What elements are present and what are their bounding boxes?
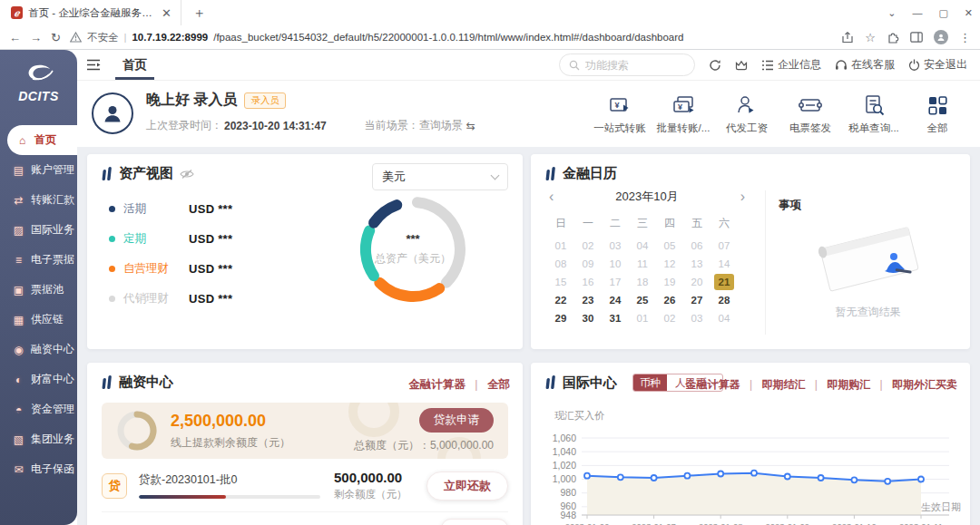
- function-search[interactable]: [559, 53, 695, 76]
- all-link[interactable]: 全部: [487, 378, 510, 391]
- tab-home[interactable]: 首页: [122, 50, 147, 80]
- calendar-day[interactable]: 16: [574, 274, 602, 292]
- legend-value: USD ***: [189, 232, 232, 246]
- calendar-day[interactable]: 06: [683, 238, 710, 256]
- header-link-headset[interactable]: 在线客服: [835, 57, 895, 73]
- bookmark-star-icon[interactable]: ☆: [865, 31, 876, 44]
- sidebar-item-group[interactable]: ▧集团业务: [0, 424, 77, 454]
- calendar-day[interactable]: 30: [574, 310, 602, 328]
- calendar-day-number: 26: [660, 292, 680, 308]
- quick-action-tax-search[interactable]: 税单查询...: [844, 93, 904, 135]
- calendar-day[interactable]: 07: [710, 238, 738, 256]
- calendar-day[interactable]: 15: [547, 274, 574, 292]
- calendar-day[interactable]: 23: [574, 292, 602, 310]
- window-chevron-icon[interactable]: ⌄: [887, 7, 896, 19]
- calendar-day[interactable]: 25: [629, 292, 656, 310]
- calendar-day[interactable]: 04: [629, 238, 656, 256]
- financial-calculator-link[interactable]: 金融计算器: [408, 378, 466, 391]
- calendar-day[interactable]: 21: [710, 274, 738, 292]
- calendar-day[interactable]: 01: [629, 310, 656, 328]
- collapse-sidebar-icon[interactable]: [86, 59, 101, 71]
- currency-select[interactable]: 美元: [372, 163, 508, 190]
- calendar-day[interactable]: 13: [683, 256, 710, 274]
- sidebar-item-home[interactable]: ⌂首页: [7, 125, 77, 155]
- calendar-day[interactable]: 02: [656, 310, 683, 328]
- tab-close-icon[interactable]: ✕: [160, 6, 173, 20]
- calendar-day[interactable]: 26: [656, 292, 683, 310]
- switch-scene-icon[interactable]: ⇆: [466, 120, 475, 132]
- calendar-next-icon[interactable]: ›: [740, 189, 745, 205]
- refresh-icon[interactable]: [709, 59, 721, 72]
- partial-next-row-button[interactable]: [441, 519, 508, 525]
- calendar-day[interactable]: 09: [574, 256, 602, 274]
- sidebar-item-wealth[interactable]: ◐财富中心: [0, 365, 77, 394]
- calendar-day[interactable]: 28: [710, 292, 738, 310]
- back-button[interactable]: ←: [9, 31, 21, 44]
- quick-action-card-transfer[interactable]: ¥一站式转账: [590, 93, 650, 135]
- calendar-day[interactable]: 02: [574, 238, 602, 256]
- header-link-power[interactable]: 安全退出: [908, 57, 967, 73]
- quick-action-e-ticket[interactable]: 电票签发: [780, 93, 840, 135]
- calendar-day[interactable]: 12: [656, 256, 683, 274]
- calendar-day[interactable]: 11: [629, 256, 656, 274]
- quick-action-batch-transfer[interactable]: ¥批量转账/...: [653, 93, 713, 135]
- calendar-day[interactable]: 03: [683, 310, 710, 328]
- calendar-day[interactable]: 14: [710, 256, 738, 274]
- calendar-day[interactable]: 04: [710, 310, 738, 328]
- spot-settlement-link[interactable]: 即期结汇: [761, 378, 805, 391]
- loan-apply-button[interactable]: 贷款申请: [419, 408, 494, 433]
- calendar-day[interactable]: 24: [602, 292, 629, 310]
- calendar-day[interactable]: 17: [602, 274, 629, 292]
- browser-menu-icon[interactable]: ⋮: [959, 31, 971, 44]
- sidebar-item-supply-chain[interactable]: ▦供应链: [0, 305, 77, 335]
- search-input[interactable]: [585, 59, 676, 72]
- share-icon[interactable]: [841, 32, 854, 44]
- calendar-day[interactable]: 19: [656, 274, 683, 292]
- sidebar-item-account[interactable]: ▤账户管理: [0, 155, 77, 185]
- sidebar-item-financing[interactable]: ◉融资中心: [0, 335, 77, 365]
- sidebar-item-guarantee[interactable]: ✉电子保函: [0, 454, 77, 484]
- window-maximize-button[interactable]: ▢: [938, 7, 947, 19]
- sidebar-item-transfer[interactable]: ⇄转账汇款: [0, 185, 77, 215]
- calendar-day[interactable]: 18: [629, 274, 656, 292]
- calendar-day[interactable]: 01: [547, 238, 574, 256]
- theme-icon[interactable]: [735, 60, 748, 71]
- quick-action-salary[interactable]: 代发工资: [717, 93, 777, 135]
- new-tab-button[interactable]: ＋: [181, 5, 217, 22]
- asset-donut-chart: *** 总资产（美元）: [354, 190, 472, 308]
- url-field[interactable]: 不安全 | 10.7.19.22:8999/fpaas_bucket/94154…: [70, 31, 832, 44]
- sidebar-item-bill-pool[interactable]: ▣票据池: [0, 275, 77, 305]
- side-panel-icon[interactable]: [910, 32, 923, 43]
- spot-fx-trade-link[interactable]: 即期外汇买卖: [892, 378, 957, 391]
- eye-hidden-icon[interactable]: [180, 169, 194, 180]
- calendar-day[interactable]: 29: [547, 310, 574, 328]
- sidebar-item-e-bill[interactable]: ≡电子票据: [0, 245, 77, 275]
- sidebar-item-international[interactable]: ▨国际业务: [0, 215, 77, 245]
- user-avatar[interactable]: [92, 92, 133, 134]
- calendar-day[interactable]: 08: [547, 256, 574, 274]
- currency-tag: 币种: [633, 374, 667, 391]
- calendar-day[interactable]: 10: [602, 256, 629, 274]
- calendar-day[interactable]: 31: [602, 310, 629, 328]
- intl-financial-calculator-link[interactable]: 金融计算器: [686, 378, 740, 391]
- reload-button[interactable]: ↻: [51, 31, 61, 44]
- calendar-day[interactable]: 20: [683, 274, 710, 292]
- browser-profile-avatar[interactable]: [934, 30, 948, 44]
- calendar-day[interactable]: 05: [656, 238, 683, 256]
- asset-view-card: 资产视图 美元 活期USD ***定期USD ***自营理财USD ***代销理…: [87, 154, 523, 349]
- calendar-day[interactable]: 22: [547, 292, 574, 310]
- calendar-day[interactable]: 03: [602, 238, 629, 256]
- quick-action-grid[interactable]: 全部: [907, 93, 967, 135]
- forward-button[interactable]: →: [30, 31, 42, 44]
- calendar-day[interactable]: 27: [683, 292, 710, 310]
- browser-tab[interactable]: ℯ 首页 - 企业综合金融服务平台 ✕: [0, 0, 181, 25]
- spot-purchase-link[interactable]: 即期购汇: [827, 378, 870, 391]
- svg-text:980: 980: [560, 487, 576, 498]
- sidebar-item-funds[interactable]: ◓资金管理: [0, 394, 77, 424]
- extensions-icon[interactable]: [887, 31, 899, 44]
- calendar-prev-icon[interactable]: ‹: [549, 189, 554, 205]
- window-close-button[interactable]: ✕: [965, 7, 973, 19]
- window-minimize-button[interactable]: —: [912, 7, 922, 18]
- repay-now-button[interactable]: 立即还款: [426, 472, 508, 501]
- header-link-list[interactable]: 企业信息: [761, 57, 821, 73]
